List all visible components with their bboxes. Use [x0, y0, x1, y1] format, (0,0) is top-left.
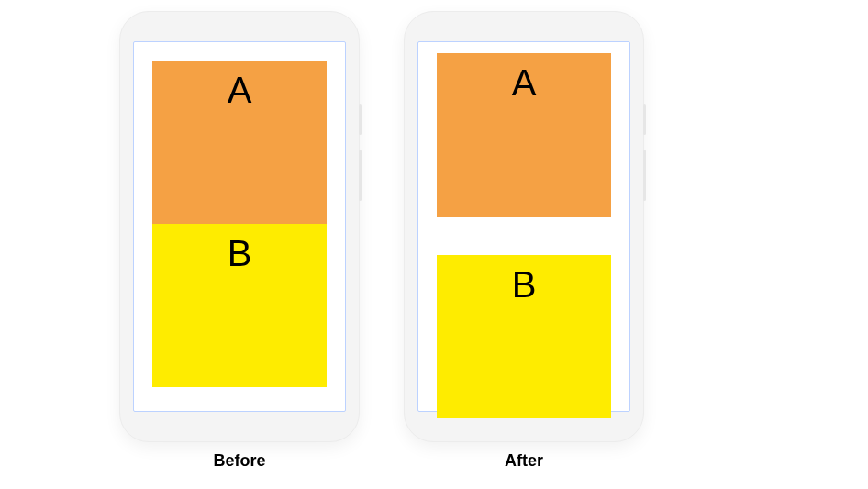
- caption-before: Before: [213, 451, 265, 471]
- before-column: A B Before: [119, 11, 360, 471]
- box-a: A: [152, 61, 327, 224]
- box-a: A: [437, 53, 611, 217]
- comparison-diagram: A B Before A B After: [0, 0, 868, 489]
- box-b: B: [437, 255, 611, 418]
- phone-mockup-before: A B: [119, 11, 360, 442]
- after-column: A B After: [404, 11, 644, 471]
- phone-mockup-after: A B: [404, 11, 644, 442]
- phone-screen-after: A B: [417, 41, 630, 412]
- caption-after: After: [505, 451, 543, 471]
- phone-screen-before: A B: [133, 41, 346, 412]
- box-b: B: [152, 224, 327, 387]
